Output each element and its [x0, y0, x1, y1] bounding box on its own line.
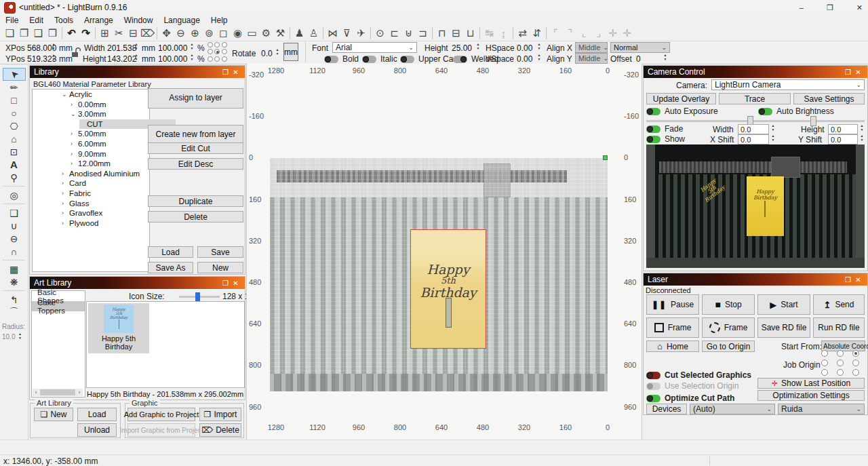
- expand-icon[interactable]: ›: [62, 210, 69, 216]
- focus-origin-icon[interactable]: ⊙: [373, 26, 387, 40]
- save-rd-button[interactable]: Save RD file: [757, 317, 810, 338]
- job-origin-3[interactable]: [821, 360, 828, 366]
- start-point-tool[interactable]: ↰: [3, 293, 26, 306]
- job-origin-2[interactable]: [852, 350, 859, 357]
- height-value[interactable]: 143.202: [107, 54, 136, 64]
- offset-spinner[interactable]: [662, 53, 669, 62]
- menu-arrange[interactable]: Arrange: [84, 16, 113, 25]
- corner-lr-icon[interactable]: ⌟: [591, 26, 606, 40]
- xshift-spinner[interactable]: [770, 134, 776, 143]
- edit-cut-button[interactable]: Edit Cut: [148, 142, 243, 154]
- menu-tools[interactable]: Tools: [54, 16, 73, 25]
- pause-button[interactable]: ❚❚Pause: [646, 294, 699, 315]
- draw-lines-tool[interactable]: ✏: [3, 81, 26, 94]
- weld-tool[interactable]: ❑: [3, 206, 26, 219]
- mm-unit-button[interactable]: mm: [283, 43, 298, 61]
- art-library-thumbnails[interactable]: Happy5thBirthday Happy 5th Birthday: [86, 301, 245, 388]
- art-new-button[interactable]: ❏New: [34, 408, 73, 421]
- use-selection-toggle[interactable]: [646, 383, 660, 390]
- anchor-point-0[interactable]: [208, 42, 213, 47]
- users-icon[interactable]: ♟: [292, 26, 307, 40]
- zoom-in-icon[interactable]: ⊕: [188, 26, 202, 40]
- zoom-out-icon[interactable]: ⊖: [174, 26, 188, 40]
- close-panel-icon[interactable]: ✕: [231, 279, 241, 287]
- save-button[interactable]: Save: [197, 246, 243, 258]
- tree-item-3-00mm[interactable]: ⌄3.00mm: [71, 109, 176, 119]
- optimize-toggle[interactable]: [646, 395, 660, 402]
- xshift-field[interactable]: 0.0: [738, 134, 769, 144]
- horizontal-scrollbar[interactable]: ‹ ›: [33, 389, 83, 396]
- edit-shape-tool[interactable]: ⊡: [3, 145, 26, 158]
- copy-icon[interactable]: ⊞: [98, 26, 112, 40]
- camera-combo[interactable]: LightBurn Camera⌄: [711, 79, 865, 90]
- space-h-icon[interactable]: ⇄: [515, 26, 530, 40]
- art-folder-cake-toppers[interactable]: Cake Toppers: [32, 301, 85, 311]
- job-origin-8[interactable]: [852, 369, 859, 376]
- scroll-left-icon[interactable]: ‹: [33, 389, 39, 395]
- float-panel-icon[interactable]: ❐: [220, 69, 231, 76]
- anchor-point-8[interactable]: [222, 56, 227, 62]
- ypos-spinner[interactable]: [50, 53, 57, 62]
- xpos-spinner[interactable]: [50, 42, 57, 52]
- stop-button[interactable]: ■Stop: [702, 294, 755, 315]
- cut-icon[interactable]: ✂: [112, 26, 126, 40]
- expand-icon[interactable]: ›: [71, 160, 78, 167]
- float-panel-icon[interactable]: ❐: [843, 276, 853, 284]
- assign-to-layer-button[interactable]: Assign to layer: [148, 88, 243, 109]
- show-toggle[interactable]: [646, 136, 660, 143]
- grid-array-tool[interactable]: ▦: [3, 263, 26, 275]
- graphic-delete-button[interactable]: ⌦Delete: [199, 423, 241, 437]
- width-value[interactable]: 201.538: [107, 43, 136, 53]
- start-button[interactable]: ▶Start: [757, 294, 810, 315]
- frame-selection-icon[interactable]: ◻: [216, 26, 231, 40]
- corner-ur-icon[interactable]: ⌝: [563, 26, 577, 40]
- scale-x-spinner[interactable]: [189, 42, 195, 52]
- rectangle-tool[interactable]: □: [3, 94, 26, 106]
- job-origin-grid[interactable]: [821, 350, 859, 376]
- align-top-icon[interactable]: ⊓: [435, 26, 449, 40]
- style-combo[interactable]: Normal⌄: [610, 42, 670, 53]
- menu-edit[interactable]: Edit: [29, 16, 43, 25]
- anchor-point-1[interactable]: [214, 42, 220, 47]
- radius-spinner[interactable]: [16, 332, 23, 341]
- new-file-icon[interactable]: ❏: [3, 26, 17, 40]
- menu-window[interactable]: Window: [124, 16, 153, 25]
- cut-selected-toggle[interactable]: [646, 372, 660, 379]
- tree-item-anodised-aluminium[interactable]: ›Anodised Aluminium: [62, 169, 176, 178]
- frame-square-button[interactable]: Frame: [646, 317, 699, 338]
- send-button[interactable]: ↥Send: [813, 294, 865, 315]
- width-spinner[interactable]: [133, 42, 140, 52]
- offset-value[interactable]: 0: [636, 54, 641, 64]
- show-last-position-button[interactable]: ✛Show Last Position: [757, 378, 865, 389]
- preview-window-icon[interactable]: ▭: [245, 26, 259, 40]
- aligny-combo[interactable]: Middle⌄: [575, 53, 608, 64]
- close-panel-icon[interactable]: ✕: [853, 276, 863, 284]
- union-tool[interactable]: ∪: [3, 219, 26, 232]
- save-settings-button[interactable]: Save Settings: [793, 93, 865, 104]
- open-file-icon[interactable]: ❐: [17, 26, 31, 40]
- icon-size-slider-handle[interactable]: [195, 292, 200, 301]
- text-height-value[interactable]: 25.00: [452, 43, 472, 53]
- yshift-spinner[interactable]: [859, 134, 865, 143]
- circular-array-tool[interactable]: ❋: [3, 275, 26, 288]
- art-unload-button[interactable]: Unload: [77, 423, 117, 437]
- align-middle-icon[interactable]: ⊟: [449, 26, 463, 40]
- position-laser-tool[interactable]: ⚲: [3, 171, 26, 184]
- align-right-icon[interactable]: ⊐: [416, 26, 430, 40]
- art-item-selected[interactable]: Happy5thBirthday Happy 5th Birthday: [88, 303, 149, 353]
- art-load-button[interactable]: Load: [77, 408, 117, 421]
- expand-icon[interactable]: ›: [62, 200, 69, 207]
- anchor-point-4[interactable]: [214, 49, 220, 54]
- restore-button[interactable]: ❐: [827, 3, 833, 12]
- bold-toggle[interactable]: [324, 56, 338, 63]
- float-panel-icon[interactable]: ❐: [220, 279, 231, 287]
- radius-value[interactable]: 10.0: [2, 333, 15, 341]
- anchor-point-3[interactable]: [208, 49, 213, 54]
- align-left-icon[interactable]: ⊏: [387, 26, 401, 40]
- job-origin-1[interactable]: [837, 350, 844, 357]
- select-tool[interactable]: ➤: [3, 68, 26, 81]
- job-origin-5[interactable]: [852, 360, 859, 366]
- zoom-frame-icon[interactable]: ⊚: [202, 26, 216, 40]
- scale-y-spinner[interactable]: [189, 53, 195, 62]
- expand-icon[interactable]: ›: [71, 101, 78, 108]
